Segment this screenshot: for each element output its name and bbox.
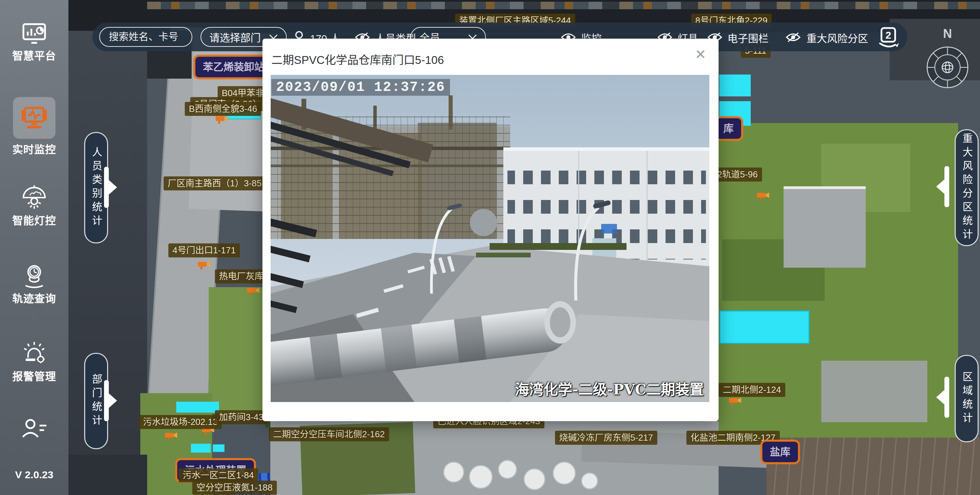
sidebar-item-label: 实时监控 <box>0 141 68 156</box>
layer-toggle-efence[interactable]: 电子围栏 <box>727 30 768 45</box>
sidebar-item-smart-platform[interactable]: 智慧平台 <box>0 22 68 63</box>
close-icon[interactable]: ✕ <box>695 48 706 61</box>
compass-icon[interactable] <box>925 45 970 90</box>
sidebar-item-personnel[interactable] <box>0 418 68 443</box>
map-tank <box>469 465 493 489</box>
map-label[interactable]: 厂区南主路西（1）3-85 <box>164 176 266 190</box>
sidebar-item-track-query[interactable]: 轨迹查询 <box>0 263 68 305</box>
map-label[interactable]: 苯乙烯装卸站 <box>193 55 274 79</box>
camera-feed-image: 2023/09/01 12:37:26 海湾化学-二级-PVC二期装置 <box>270 75 710 402</box>
map-building-right-mid <box>784 186 866 268</box>
map-label[interactable]: 盐库 <box>760 439 800 464</box>
map-tank <box>553 462 576 485</box>
view-switch-icon[interactable]: 2 <box>877 26 899 49</box>
map-pool-bl-2 <box>191 444 211 453</box>
map-building-gray-right <box>821 361 927 422</box>
app-root: 装置北侧厂区主路区域5-2448号门东北角2-2295-111苯乙烯装卸站B04… <box>0 0 980 495</box>
map-label[interactable]: B西南侧全貌3-46 <box>185 102 261 116</box>
camera-watermark: 海湾化学-二级-PVC二期装置 <box>515 378 704 398</box>
map-label[interactable]: 二期北侧2-124 <box>719 383 785 397</box>
view-switch-badge: 2 <box>886 29 891 41</box>
expand-arrow-icon[interactable] <box>944 377 949 418</box>
map-label[interactable]: 空分空压液氮1-188 <box>192 481 277 495</box>
department-placeholder: 请选择部门 <box>209 29 261 44</box>
tab-label: 人员类别统计 <box>89 147 104 229</box>
alarm-manage-icon <box>20 341 48 368</box>
eye-slash-icon[interactable] <box>785 32 801 42</box>
sidebar-item-realtime-monitor[interactable]: 实时监控 <box>0 105 68 156</box>
search-field-wrap <box>99 27 192 47</box>
map-tank <box>498 460 517 479</box>
tab-label: 区域统计 <box>959 371 974 426</box>
map-tank <box>443 462 465 483</box>
smart-lamp-icon <box>21 185 48 212</box>
expand-arrow-icon[interactable] <box>944 166 949 207</box>
map-pool-bl-3 <box>213 444 224 452</box>
camera-timestamp: 2023/09/01 12:37:26 <box>271 79 450 96</box>
tab-label: 部门统计 <box>89 374 104 428</box>
dialog-title: 二期SPVC化学品仓库南门口5-106 <box>271 51 444 67</box>
map-label[interactable]: 烧碱冷冻厂房东侧5-217 <box>555 431 657 445</box>
sidebar-item-label: 智慧平台 <box>0 47 68 63</box>
app-version: V 2.0.23 <box>0 469 68 481</box>
tab-area-stats[interactable]: 区域统计 <box>955 355 978 443</box>
sidebar-item-alarm-management[interactable]: 报警管理 <box>0 341 68 383</box>
map-label[interactable]: 热电厂灰库 <box>215 270 267 283</box>
map-label[interactable]: 污水垃圾场-202.13 <box>139 415 222 429</box>
map-label[interactable]: 污水一区二区1-84 <box>179 468 258 482</box>
map-pool-bl-1 <box>176 402 219 412</box>
camera-dialog: 二期SPVC化学品仓库南门口5-106 ✕ <box>262 39 719 421</box>
map-tank <box>581 473 598 490</box>
dashboard-monitor-icon <box>21 22 48 47</box>
sidebar-item-smart-lighting[interactable]: 智能灯控 <box>0 185 68 227</box>
search-input[interactable] <box>108 31 183 43</box>
camera-icon[interactable] <box>728 397 742 405</box>
camera-icon[interactable] <box>756 192 770 200</box>
left-sidebar: 智慧平台 实时监控 <box>0 0 68 495</box>
tab-label: 重大风险分区统计 <box>959 133 974 243</box>
person-list-icon <box>21 418 48 443</box>
sidebar-item-label: 报警管理 <box>0 368 68 383</box>
camera-icon[interactable] <box>247 287 260 295</box>
map-pool-right-top-1 <box>719 75 751 97</box>
tab-major-risk-zone-stats[interactable]: 重大风险分区统计 <box>955 129 978 246</box>
track-query-icon <box>21 263 48 290</box>
map-label[interactable]: 加药间3-43 <box>215 410 267 424</box>
camera-scene <box>270 75 710 402</box>
compass-north-label: N <box>925 27 970 41</box>
map-label[interactable]: 二期空分空压车间北侧2-162 <box>269 427 389 441</box>
expand-arrow-icon[interactable] <box>104 167 109 208</box>
sidebar-item-label: 智能灯控 <box>0 212 68 227</box>
camera-icon[interactable] <box>164 432 178 440</box>
camera-icon[interactable] <box>197 260 211 270</box>
expand-arrow-icon[interactable] <box>104 380 109 421</box>
map-top-industrial-strip <box>147 2 980 9</box>
map-tank <box>523 468 546 490</box>
layer-toggle-risk-zone[interactable]: 重大风险分区 <box>807 30 868 45</box>
map-green-left-column <box>209 287 267 414</box>
realtime-monitor-icon <box>20 105 49 132</box>
camera-icon[interactable] <box>215 115 229 124</box>
sidebar-item-label: 轨迹查询 <box>0 290 68 305</box>
map-label[interactable]: 4号门出口1-171 <box>169 243 240 257</box>
map-pool-right-large <box>719 310 810 344</box>
map-dark-bottomleft <box>68 455 147 495</box>
